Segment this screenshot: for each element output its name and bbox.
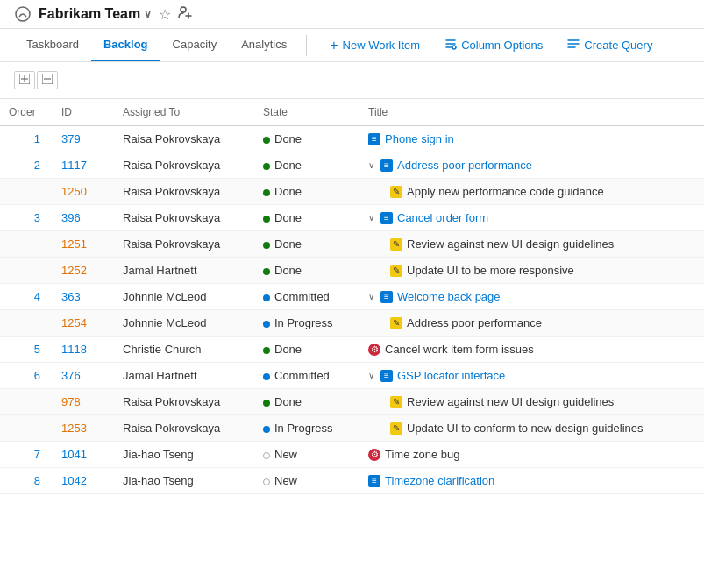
cell-title[interactable]: ∨≡Welcome back page: [359, 284, 704, 310]
cell-id[interactable]: 396: [53, 205, 114, 231]
cell-state: In Progress: [254, 415, 359, 442]
title-text: Timezone clarification: [385, 474, 494, 487]
cell-id[interactable]: 1042: [53, 468, 114, 494]
cell-id[interactable]: 1250: [53, 179, 114, 205]
cell-state: Done: [254, 337, 359, 363]
story-icon: ≡: [368, 475, 380, 487]
cell-assigned: Raisa Pokrovskaya: [114, 415, 254, 442]
collapse-chevron-icon[interactable]: ∨: [368, 292, 374, 301]
cell-id[interactable]: 379: [53, 126, 114, 152]
cell-title[interactable]: ≡Timezone clarification: [359, 468, 704, 494]
story-icon: ≡: [368, 133, 380, 145]
cell-state: Done: [254, 152, 359, 179]
cell-order: 2: [0, 152, 53, 179]
title-text: Review against new UI design guidelines: [407, 395, 614, 408]
table-row: 51118Christie ChurchDone⚙Cancel work ite…: [0, 337, 704, 363]
table-row: 1252Jamal HartnettDone✎Update UI to be m…: [0, 258, 704, 284]
title-text: Update UI to conform to new design guide…: [407, 422, 644, 435]
task-icon: ✎: [390, 265, 402, 277]
cell-order: 5: [0, 337, 53, 363]
collapse-all-button[interactable]: [37, 71, 58, 89]
cell-assigned: Jamal Hartnett: [114, 258, 254, 284]
nav-backlog[interactable]: Backlog: [91, 29, 160, 61]
collapse-chevron-icon[interactable]: ∨: [368, 371, 374, 380]
cell-assigned: Johnnie McLeod: [114, 310, 254, 337]
bug-icon: ⚙: [368, 449, 380, 461]
table-row: 1254Johnnie McLeodIn Progress✎Address po…: [0, 310, 704, 337]
expand-collapse-controls: [7, 67, 65, 93]
table-row: 1251Raisa PokrovskayaDone✎Review against…: [0, 231, 704, 258]
nav-analytics[interactable]: Analytics: [229, 29, 299, 61]
cell-order: [0, 231, 53, 258]
team-name[interactable]: Fabrikam Team ∨: [39, 6, 152, 22]
cell-id[interactable]: 1253: [53, 415, 114, 442]
cell-title[interactable]: ✎Update UI to be more responsive: [359, 258, 704, 284]
svg-point-4: [452, 46, 456, 49]
collapse-chevron-icon[interactable]: ∨: [368, 213, 374, 223]
task-icon: ✎: [390, 396, 402, 408]
cell-assigned: Raisa Pokrovskaya: [114, 179, 254, 205]
cell-order: 7: [0, 442, 53, 468]
plus-icon: +: [330, 38, 338, 53]
cell-order: [0, 415, 53, 442]
cell-title[interactable]: ∨≡Cancel order form: [359, 205, 704, 231]
task-icon: ✎: [390, 422, 402, 435]
favorite-icon[interactable]: ☆: [159, 6, 171, 23]
cell-title[interactable]: ⚙Time zone bug: [359, 442, 704, 468]
col-state-header: State: [254, 99, 359, 126]
table-row: 1379Raisa PokrovskayaDone≡Phone sign in: [0, 126, 704, 152]
cell-assigned: Raisa Pokrovskaya: [114, 231, 254, 258]
cell-order: 6: [0, 363, 53, 389]
column-options-button[interactable]: Column Options: [436, 32, 551, 58]
title-text: Address poor performance: [407, 316, 542, 329]
cell-title[interactable]: ✎Address poor performance: [359, 310, 704, 337]
cell-id[interactable]: 1251: [53, 231, 114, 258]
story-icon: ≡: [380, 159, 393, 172]
bug-icon: ⚙: [368, 344, 380, 356]
cell-order: [0, 310, 53, 337]
story-icon: ≡: [380, 212, 393, 224]
cell-title[interactable]: ∨≡GSP locator interface: [359, 363, 704, 389]
table-row: 21117Raisa PokrovskayaDone∨≡Address poor…: [0, 152, 704, 179]
new-work-item-button[interactable]: + New Work Item: [321, 32, 429, 59]
cell-id[interactable]: 363: [53, 284, 114, 310]
cell-title[interactable]: ⚙Cancel work item form issues: [359, 337, 704, 363]
cell-assigned: Jia-hao Tseng: [114, 442, 254, 468]
cell-order: [0, 389, 53, 415]
cell-id[interactable]: 1118: [53, 337, 114, 363]
add-member-icon[interactable]: [178, 5, 192, 23]
title-text: Address poor performance: [397, 159, 532, 172]
cell-title[interactable]: ≡Phone sign in: [359, 126, 704, 152]
table-row: 978Raisa PokrovskayaDone✎Review against …: [0, 389, 704, 415]
cell-id[interactable]: 376: [53, 363, 114, 389]
collapse-chevron-icon[interactable]: ∨: [368, 160, 374, 170]
task-icon: ✎: [390, 238, 402, 251]
cell-id[interactable]: 1117: [53, 152, 114, 179]
cell-state: In Progress: [254, 310, 359, 337]
expand-all-button[interactable]: [14, 71, 35, 89]
column-options-icon: [444, 38, 457, 53]
nav-capacity[interactable]: Capacity: [160, 29, 230, 61]
cell-assigned: Christie Church: [114, 337, 254, 363]
cell-title[interactable]: ∨≡Address poor performance: [359, 152, 704, 179]
cell-state: Done: [254, 205, 359, 231]
cell-title[interactable]: ✎Apply new performance code guidance: [359, 179, 704, 205]
svg-point-1: [181, 7, 186, 12]
nav-taskboard[interactable]: Taskboard: [14, 29, 91, 61]
cell-order: [0, 258, 53, 284]
cell-title[interactable]: ✎Update UI to conform to new design guid…: [359, 415, 704, 442]
create-query-button[interactable]: Create Query: [558, 32, 661, 58]
cell-id[interactable]: 1254: [53, 310, 114, 337]
cell-id[interactable]: 1041: [53, 442, 114, 468]
cell-id[interactable]: 1252: [53, 258, 114, 284]
table-header-row: Order ID Assigned To State Title: [0, 99, 704, 126]
top-bar-actions: ☆: [159, 5, 192, 23]
cell-title[interactable]: ✎Review against new UI design guidelines: [359, 389, 704, 415]
cell-assigned: Raisa Pokrovskaya: [114, 389, 254, 415]
story-icon: ≡: [380, 291, 393, 303]
cell-id[interactable]: 978: [53, 389, 114, 415]
cell-assigned: Raisa Pokrovskaya: [114, 126, 254, 152]
cell-title[interactable]: ✎Review against new UI design guidelines: [359, 231, 704, 258]
cell-assigned: Raisa Pokrovskaya: [114, 205, 254, 231]
title-text: Update UI to be more responsive: [407, 264, 574, 277]
